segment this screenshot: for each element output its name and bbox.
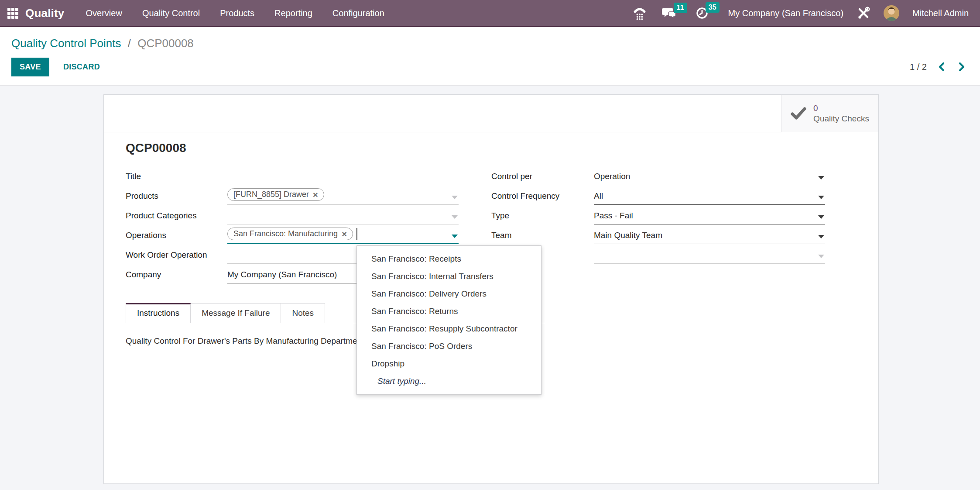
title-input[interactable] xyxy=(227,166,459,185)
company-label: Company xyxy=(126,264,227,283)
phone-icon xyxy=(633,7,646,20)
breadcrumb: Quality Control Points / QCP00008 xyxy=(11,37,194,50)
debug-tools-button[interactable] xyxy=(857,6,870,20)
topbar-right: 11 35 My Company (San Francisco) xyxy=(633,0,980,27)
messages-button[interactable]: 11 xyxy=(662,7,677,20)
field-row-products: Products [FURN_8855] Drawer × xyxy=(126,185,459,205)
activities-count-badge: 35 xyxy=(706,2,720,13)
nav-item[interactable]: Products xyxy=(210,0,264,27)
dropdown-caret-icon[interactable] xyxy=(818,235,824,238)
dropdown-caret-icon[interactable] xyxy=(452,235,458,238)
responsible-input[interactable] xyxy=(594,244,825,264)
dropdown-option[interactable]: San Francisco: Resupply Subcontractor xyxy=(357,320,541,338)
apps-grid-icon xyxy=(7,8,18,19)
pager-value: 1 / 2 xyxy=(910,62,927,72)
work-order-operation-label: Work Order Operation xyxy=(126,244,227,264)
discard-button[interactable]: DISCARD xyxy=(55,58,108,76)
start-typing-hint[interactable]: Start typing... xyxy=(357,373,541,390)
field-row-product-categories: Product Categories xyxy=(126,205,459,224)
pager-next-button[interactable] xyxy=(956,61,967,72)
nav-item[interactable]: Reporting xyxy=(264,0,322,27)
tab-notes[interactable]: Notes xyxy=(281,303,325,323)
title-label: Title xyxy=(126,166,227,185)
breadcrumb-current: QCP00008 xyxy=(137,37,194,50)
company-switcher[interactable]: My Company (San Francisco) xyxy=(728,8,844,18)
quality-checks-label: Quality Checks xyxy=(813,114,869,124)
dropdown-caret-icon[interactable] xyxy=(452,215,458,219)
dropdown-option[interactable]: San Francisco: PoS Orders xyxy=(357,338,541,355)
nav-item[interactable]: Quality Control xyxy=(132,0,210,27)
activities-button[interactable]: 35 xyxy=(695,6,709,20)
products-input[interactable]: [FURN_8855] Drawer × xyxy=(227,185,459,205)
field-row-control-frequency: Control Frequency All xyxy=(491,185,825,205)
text-cursor xyxy=(356,228,357,240)
quality-checks-stat-button[interactable]: 0 Quality Checks xyxy=(781,95,878,132)
field-row-team: Team Main Quality Team xyxy=(491,224,825,244)
dropdown-caret-icon[interactable] xyxy=(818,255,824,258)
quality-checks-count: 0 xyxy=(813,103,869,114)
products-label: Products xyxy=(126,185,227,205)
team-select[interactable]: Main Quality Team xyxy=(594,224,825,244)
product-categories-label: Product Categories xyxy=(126,205,227,224)
pager-previous-button[interactable] xyxy=(936,61,947,72)
dropdown-caret-icon[interactable] xyxy=(818,215,824,219)
dropdown-option[interactable]: Dropship xyxy=(357,355,541,373)
tab-instructions[interactable]: Instructions xyxy=(126,303,191,323)
chevron-left-icon xyxy=(937,62,946,72)
field-row-type: Type Pass - Fail xyxy=(491,205,825,224)
operations-autocomplete-dropdown: San Francisco: ReceiptsSan Francisco: In… xyxy=(356,245,541,395)
dropdown-caret-icon[interactable] xyxy=(452,196,458,199)
dropdown-option[interactable]: San Francisco: Receipts xyxy=(357,250,541,268)
chevron-right-icon xyxy=(957,62,966,72)
breadcrumb-separator: / xyxy=(128,37,131,50)
operations-input[interactable]: San Francisco: Manufacturing × xyxy=(227,224,459,244)
type-label: Type xyxy=(491,205,594,224)
product-categories-input[interactable] xyxy=(227,205,459,224)
user-menu[interactable]: Mitchell Admin xyxy=(912,8,969,18)
dropdown-caret-icon[interactable] xyxy=(818,196,824,199)
operations-label: Operations xyxy=(126,224,227,244)
nav-item[interactable]: Configuration xyxy=(322,0,394,27)
record-title: QCP00008 xyxy=(126,141,857,155)
top-navbar: Quality OverviewQuality ControlProductsR… xyxy=(0,0,980,27)
breadcrumb-parent-link[interactable]: Quality Control Points xyxy=(11,37,121,50)
field-row-title: Title xyxy=(126,166,459,185)
dropdown-caret-icon[interactable] xyxy=(818,176,824,179)
user-avatar[interactable] xyxy=(884,5,899,21)
tools-icon xyxy=(857,6,870,20)
dropdown-option[interactable]: San Francisco: Internal Transfers xyxy=(357,268,541,285)
softphone-button[interactable] xyxy=(633,7,646,20)
apps-menu-button[interactable] xyxy=(0,0,25,27)
team-label: Team xyxy=(491,224,594,244)
record-pager: 1 / 2 xyxy=(910,61,967,72)
remove-tag-icon[interactable]: × xyxy=(313,190,318,199)
control-frequency-select[interactable]: All xyxy=(594,185,825,205)
remove-tag-icon[interactable]: × xyxy=(342,230,347,238)
control-per-select[interactable]: Operation xyxy=(594,166,825,185)
form-statusbar: 0 Quality Checks xyxy=(104,95,878,132)
save-button[interactable]: SAVE xyxy=(11,58,49,76)
control-frequency-label: Control Frequency xyxy=(491,185,594,205)
dropdown-option[interactable]: San Francisco: Delivery Orders xyxy=(357,285,541,303)
tab-message-if-failure[interactable]: Message If Failure xyxy=(191,303,281,323)
control-per-label: Control per xyxy=(491,166,594,185)
product-tag: [FURN_8855] Drawer × xyxy=(227,188,324,201)
messages-count-badge: 11 xyxy=(674,3,687,13)
nav-item[interactable]: Overview xyxy=(76,0,132,27)
check-icon xyxy=(791,107,806,120)
operation-tag: San Francisco: Manufacturing × xyxy=(227,228,353,240)
app-title[interactable]: Quality xyxy=(25,7,65,20)
field-row-control-per: Control per Operation xyxy=(491,166,825,185)
dropdown-option[interactable]: San Francisco: Returns xyxy=(357,303,541,320)
control-panel: Quality Control Points / QCP00008 SAVE D… xyxy=(0,27,980,86)
type-select[interactable]: Pass - Fail xyxy=(594,205,825,224)
main-menu: OverviewQuality ControlProductsReporting… xyxy=(76,0,394,27)
field-row-operations: Operations San Francisco: Manufacturing … xyxy=(126,224,459,244)
